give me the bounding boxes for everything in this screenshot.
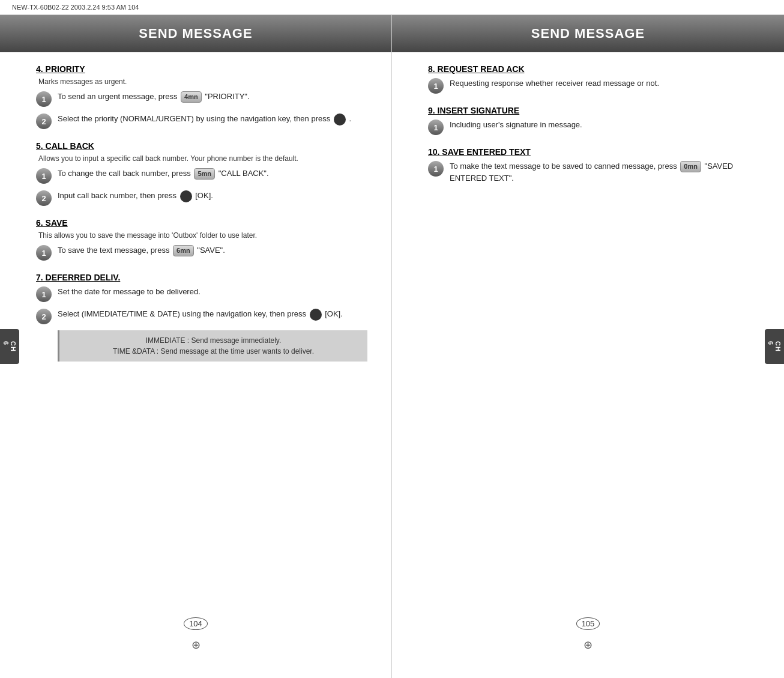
section-priority-title: 4. PRIORITY bbox=[36, 64, 367, 74]
right-page-num: 105 bbox=[392, 611, 784, 636]
nav-key-icon bbox=[334, 114, 346, 126]
step-callback-2-text: Input call back number, then press [OK]. bbox=[58, 190, 367, 202]
section-priority-desc: Marks messages as urgent. bbox=[36, 77, 367, 86]
step-callback-1-text: To change the call back number, press 5m… bbox=[58, 168, 367, 180]
step-num: 2 bbox=[36, 190, 52, 206]
right-page-content: 8. REQUEST READ ACK 1 Requesting respons… bbox=[392, 58, 784, 611]
right-page: CH6 SEND MESSAGE 8. REQUEST READ ACK 1 R… bbox=[392, 15, 784, 678]
left-page: CH6 SEND MESSAGE 4. PRIORITY Marks messa… bbox=[0, 15, 392, 678]
step-num: 1 bbox=[428, 161, 444, 177]
bottom-crosshair-right: ⊕ bbox=[392, 636, 784, 654]
step-save-1-text: To save the text message, press 6mn "SAV… bbox=[58, 244, 367, 256]
step-rra-1-text: Requesting response whether receiver rea… bbox=[450, 77, 748, 89]
step-num: 1 bbox=[36, 245, 52, 261]
section-save: 6. SAVE This allows you to save the mess… bbox=[36, 218, 367, 261]
step-deferred-2-text: Select (IMMEDIATE/TIME & DATE) using the… bbox=[58, 308, 367, 321]
section-insert-signature: 9. INSERT SIGNATURE 1 Including user's s… bbox=[428, 106, 748, 135]
section-request-read-ack: 8. REQUEST READ ACK 1 Requesting respons… bbox=[428, 64, 748, 94]
step-deferred-2: 2 Select (IMMEDIATE/TIME & DATE) using t… bbox=[36, 308, 367, 324]
key-5mn: 5mn bbox=[194, 168, 215, 180]
main-content: CH6 SEND MESSAGE 4. PRIORITY Marks messa… bbox=[0, 15, 784, 678]
step-num: 2 bbox=[36, 114, 52, 129]
section-insert-signature-title: 9. INSERT SIGNATURE bbox=[428, 106, 748, 115]
section-call-back: 5. CALL BACK Allows you to input a speci… bbox=[36, 141, 367, 206]
left-page-header: SEND MESSAGE bbox=[0, 15, 391, 52]
step-priority-1: 1 To send an urgent message, press 4mn "… bbox=[36, 91, 367, 107]
top-bar: NEW-TX-60B02-22 2003.2.24 9:53 AM 104 bbox=[0, 0, 784, 15]
right-ch-tab: CH6 bbox=[765, 329, 784, 364]
section-priority: 4. PRIORITY Marks messages as urgent. 1 … bbox=[36, 64, 367, 129]
bottom-crosshair-left: ⊕ bbox=[0, 636, 391, 654]
step-sig-1: 1 Including user's signature in message. bbox=[428, 119, 748, 135]
step-num: 1 bbox=[428, 78, 444, 94]
step-num: 2 bbox=[36, 309, 52, 324]
step-set-1-text: To make the text message to be saved to … bbox=[450, 160, 748, 184]
left-page-num-circle: 104 bbox=[184, 617, 208, 630]
nav-key-icon bbox=[180, 190, 192, 202]
step-priority-2: 2 Select the priority (NORMAL/URGENT) by… bbox=[36, 113, 367, 129]
step-save-1: 1 To save the text message, press 6mn "S… bbox=[36, 244, 367, 261]
left-page-num: 104 bbox=[0, 611, 391, 636]
top-bar-text: NEW-TX-60B02-22 2003.2.24 9:53 AM 104 bbox=[12, 4, 139, 11]
section-call-back-title: 5. CALL BACK bbox=[36, 141, 367, 151]
step-num: 1 bbox=[428, 120, 444, 135]
step-callback-1: 1 To change the call back number, press … bbox=[36, 168, 367, 184]
right-page-header: SEND MESSAGE bbox=[392, 15, 784, 52]
left-ch-tab: CH6 bbox=[0, 329, 19, 364]
right-page-num-circle: 105 bbox=[576, 617, 600, 630]
nav-key-icon bbox=[310, 309, 322, 321]
step-priority-1-text: To send an urgent message, press 4mn "PR… bbox=[58, 91, 367, 103]
section-save-entered-text-title: 10. SAVE ENTERED TEXT bbox=[428, 147, 748, 157]
step-num: 1 bbox=[36, 91, 52, 107]
step-num: 1 bbox=[36, 168, 52, 184]
deferred-info-box: IMMEDIATE : Send message immediately. TI… bbox=[58, 330, 367, 362]
section-deferred-title: 7. DEFERRED DELIV. bbox=[36, 273, 367, 282]
section-deferred: 7. DEFERRED DELIV. 1 Set the date for me… bbox=[36, 273, 367, 362]
step-deferred-1: 1 Set the date for message to be deliver… bbox=[36, 286, 367, 302]
key-6mn: 6mn bbox=[173, 245, 194, 256]
section-call-back-desc: Allows you to input a specific call back… bbox=[36, 154, 367, 163]
step-sig-1-text: Including user's signature in message. bbox=[450, 119, 748, 131]
step-callback-2: 2 Input call back number, then press [OK… bbox=[36, 190, 367, 206]
step-rra-1: 1 Requesting response whether receiver r… bbox=[428, 77, 748, 94]
key-4mn: 4mn bbox=[181, 91, 202, 103]
step-num: 1 bbox=[36, 286, 52, 302]
section-save-title: 6. SAVE bbox=[36, 218, 367, 228]
left-page-content: 4. PRIORITY Marks messages as urgent. 1 … bbox=[0, 58, 391, 611]
step-priority-2-text: Select the priority (NORMAL/URGENT) by u… bbox=[58, 113, 367, 126]
section-save-desc: This allows you to save the message into… bbox=[36, 231, 367, 240]
step-deferred-1-text: Set the date for message to be delivered… bbox=[58, 286, 367, 298]
section-save-entered-text: 10. SAVE ENTERED TEXT 1 To make the text… bbox=[428, 147, 748, 184]
step-set-1: 1 To make the text message to be saved t… bbox=[428, 160, 748, 184]
key-0mn: 0mn bbox=[680, 161, 701, 172]
section-request-read-ack-title: 8. REQUEST READ ACK bbox=[428, 64, 748, 74]
